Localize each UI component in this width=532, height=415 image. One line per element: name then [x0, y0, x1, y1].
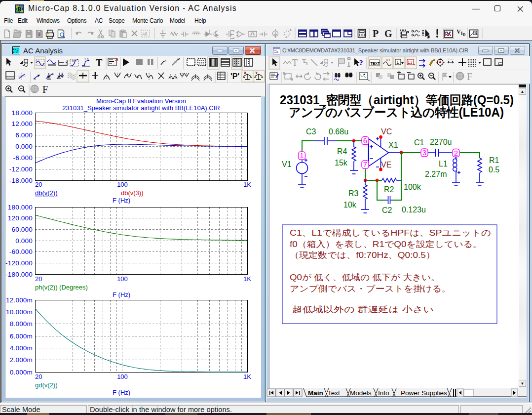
svg-text:2: 2 — [454, 149, 458, 157]
svg-text:1: 1 — [397, 60, 399, 65]
svg-text:-6.000: -6.000 — [13, 154, 33, 162]
svg-text:Text: Text — [328, 389, 340, 397]
svg-text:0.68u: 0.68u — [329, 127, 348, 136]
svg-text:15k: 15k — [335, 159, 348, 167]
svg-text:1: 1 — [300, 151, 304, 160]
svg-text:Models: Models — [350, 389, 372, 397]
svg-text:100: 100 — [117, 275, 128, 283]
svg-text:180.000: 180.000 — [8, 204, 33, 211]
svg-text:6.000: 6.000 — [15, 131, 33, 139]
svg-text:-120.000: -120.000 — [5, 259, 33, 267]
svg-text:F: F — [467, 71, 472, 82]
svg-text:2.27m: 2.27m — [425, 170, 447, 178]
svg-text:6: 6 — [363, 136, 367, 145]
svg-text:7: 7 — [363, 160, 367, 168]
svg-text:6.000m: 6.000m — [10, 332, 33, 340]
svg-text:VID: VID — [456, 28, 466, 37]
svg-text:TEXT: TEXT — [371, 61, 380, 66]
svg-text:12.000m: 12.000m — [6, 296, 33, 304]
svg-text:0.000m: 0.000m — [10, 369, 33, 376]
svg-text:R3: R3 — [348, 189, 359, 198]
svg-text:Q0が 低く、低域の 低下が 大きい。: Q0が 低く、低域の 低下が 大きい。 — [290, 273, 440, 282]
svg-text:T: T — [96, 57, 103, 68]
svg-text:Micro-Cap 8 Evaluation Version: Micro-Cap 8 Evaluation Version — [96, 97, 186, 105]
svg-text:F (Hz): F (Hz) — [113, 197, 130, 204]
svg-text:C3: C3 — [306, 127, 316, 136]
svg-text:超低域以外の 群遅延は 小さい: 超低域以外の 群遅延は 小さい — [292, 305, 434, 314]
svg-text:ph(v(2)) (Degrees): ph(v(2)) (Degrees) — [35, 284, 88, 291]
svg-text:Y: Y — [255, 71, 258, 75]
svg-text:アンプ側でバス・ブーストを掛ける。: アンプ側でバス・ブーストを掛ける。 — [290, 284, 451, 293]
svg-text:All: All — [142, 32, 147, 37]
svg-text:F (Hz): F (Hz) — [113, 291, 130, 298]
svg-text:C1、L1で構成しているHPFは、SPユニットの: C1、L1で構成しているHPFは、SPユニットの — [290, 228, 491, 238]
svg-text:231031_密閉型（airtight）等価回路(Q=0.5: 231031_密閉型（airtight）等価回路(Q=0.5) — [280, 93, 514, 107]
svg-text:G: G — [384, 28, 392, 39]
svg-text:8.000m: 8.000m — [10, 320, 33, 328]
svg-text:100k: 100k — [404, 183, 421, 191]
svg-text:12.000: 12.000 — [12, 120, 33, 127]
svg-text:-180.000: -180.000 — [5, 271, 33, 278]
svg-text:-18.000: -18.000 — [9, 177, 33, 184]
svg-text:0.123u: 0.123u — [402, 206, 426, 214]
svg-text:-60.000: -60.000 — [9, 248, 33, 255]
svg-text:20: 20 — [35, 275, 42, 283]
svg-text:20: 20 — [35, 181, 42, 188]
svg-text:20: 20 — [35, 373, 42, 380]
svg-text:3: 3 — [422, 148, 426, 157]
svg-text:1K: 1K — [243, 181, 251, 188]
svg-text:gd(v(2)): gd(v(2)) — [35, 381, 58, 389]
svg-text:VC: VC — [381, 127, 392, 136]
svg-text:Main: Main — [308, 389, 323, 397]
svg-text:13: 13 — [408, 60, 413, 65]
svg-text:C1: C1 — [414, 138, 424, 147]
svg-text:L1: L1 — [439, 160, 448, 168]
svg-text:（現定数では、f0:70Hz、Q0:0.5）: （現定数では、f0:70Hz、Q0:0.5） — [290, 250, 435, 260]
svg-text:Power Supplies: Power Supplies — [401, 389, 447, 397]
svg-text:アンプのバスブースト込の特性(LE10A): アンプのバスブースト込の特性(LE10A) — [289, 105, 504, 119]
svg-text:V1: V1 — [282, 160, 292, 168]
svg-text:?: ? — [359, 59, 363, 67]
svg-text:R2: R2 — [384, 185, 394, 194]
svg-text:db(v(3)): db(v(3)) — [121, 189, 144, 197]
svg-text:db(v(2)): db(v(2)) — [35, 189, 58, 197]
svg-text:10.000m: 10.000m — [6, 308, 33, 316]
svg-text:F (Hz): F (Hz) — [113, 389, 130, 396]
svg-text:-12.000: -12.000 — [9, 166, 33, 173]
svg-text:100: 100 — [117, 181, 128, 188]
svg-text:Info: Info — [378, 389, 389, 397]
svg-text:10k: 10k — [343, 201, 357, 209]
svg-text:1K: 1K — [243, 373, 251, 380]
svg-text:T: T — [292, 58, 298, 68]
svg-text:P: P — [373, 28, 379, 39]
svg-text:1K: 1K — [243, 275, 251, 283]
svg-text:C2: C2 — [382, 206, 392, 214]
svg-text:R1: R1 — [386, 58, 390, 62]
svg-text:0.5: 0.5 — [489, 166, 499, 174]
svg-text:10: 10 — [72, 60, 75, 63]
svg-text:231031_Speaker simulator airti: 231031_Speaker simulator airtight with B… — [62, 104, 220, 112]
svg-text:60.000: 60.000 — [12, 226, 33, 233]
svg-text:'P': 'P' — [230, 72, 239, 81]
svg-text:8: 8 — [17, 5, 21, 13]
svg-text:120.000: 120.000 — [8, 214, 33, 222]
svg-text:R1: R1 — [489, 156, 499, 165]
svg-text:f0（箱入）を表し、R1でQ0を設定している。: f0（箱入）を表し、R1でQ0を設定している。 — [290, 240, 482, 249]
svg-text:X1: X1 — [388, 141, 398, 149]
svg-text:F: F — [42, 84, 48, 95]
svg-text:1.0: 1.0 — [84, 58, 89, 61]
svg-text:100: 100 — [117, 373, 128, 380]
svg-text:18.000: 18.000 — [12, 109, 33, 117]
svg-text:X: X — [244, 71, 247, 75]
svg-text:4.000m: 4.000m — [10, 344, 33, 352]
svg-text:0.000: 0.000 — [15, 143, 33, 150]
svg-text:VE: VE — [381, 161, 391, 169]
svg-text:2270u: 2270u — [430, 138, 452, 146]
svg-text:R4: R4 — [337, 147, 347, 156]
svg-text:0.000: 0.000 — [15, 237, 33, 245]
svg-text:2.000m: 2.000m — [10, 356, 33, 364]
